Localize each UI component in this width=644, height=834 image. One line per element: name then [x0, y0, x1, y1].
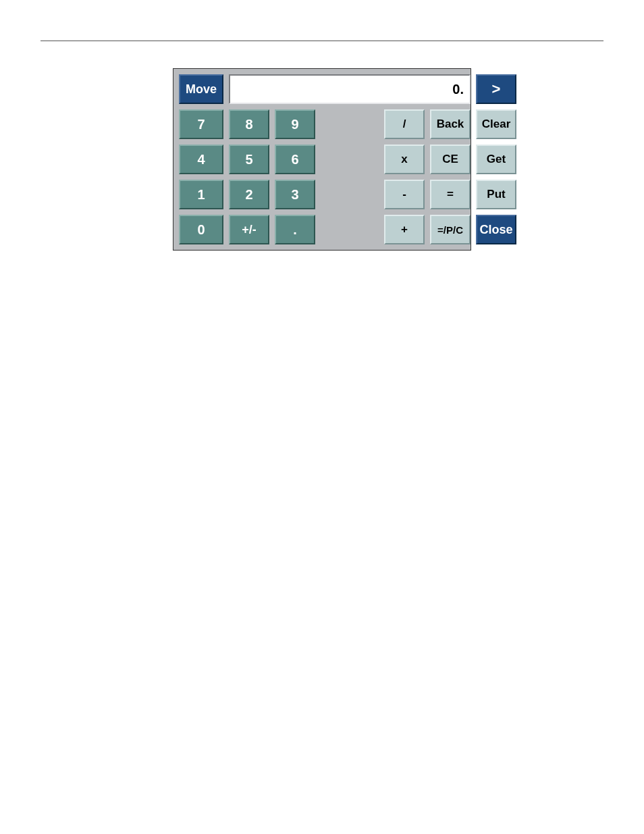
digit-6-button[interactable]: 6: [275, 145, 315, 174]
ce-button[interactable]: CE: [430, 145, 471, 174]
equals-pc-button[interactable]: =/P/C: [430, 215, 471, 244]
add-button[interactable]: +: [384, 215, 425, 244]
decimal-button[interactable]: .: [275, 215, 315, 244]
spacer: [321, 180, 379, 209]
digit-9-button[interactable]: 9: [275, 109, 315, 139]
divider: [41, 41, 603, 41]
equals-button[interactable]: =: [430, 180, 471, 209]
spacer: [321, 145, 379, 174]
spacer: [321, 215, 379, 244]
move-button[interactable]: Move: [179, 74, 223, 104]
display-field: 0.: [229, 74, 471, 104]
get-button[interactable]: Get: [476, 145, 516, 174]
digit-1-button[interactable]: 1: [179, 180, 223, 209]
digit-0-button[interactable]: 0: [179, 215, 223, 244]
close-button[interactable]: Close: [476, 215, 516, 244]
digit-7-button[interactable]: 7: [179, 109, 223, 139]
spacer: [321, 109, 379, 139]
digit-5-button[interactable]: 5: [229, 145, 269, 174]
back-button[interactable]: Back: [430, 109, 471, 139]
subtract-button[interactable]: -: [384, 180, 425, 209]
put-button[interactable]: Put: [476, 180, 516, 209]
arrow-button[interactable]: >: [476, 74, 516, 104]
digit-8-button[interactable]: 8: [229, 109, 269, 139]
digit-3-button[interactable]: 3: [275, 180, 315, 209]
digit-4-button[interactable]: 4: [179, 145, 223, 174]
clear-button[interactable]: Clear: [476, 109, 516, 139]
multiply-button[interactable]: x: [384, 145, 425, 174]
digit-2-button[interactable]: 2: [229, 180, 269, 209]
divide-button[interactable]: /: [384, 109, 425, 139]
calculator-panel: Move 0. > 7 8 9 / Back Clear 4 5 6 x CE …: [173, 68, 471, 251]
plus-minus-button[interactable]: +/-: [229, 215, 269, 244]
